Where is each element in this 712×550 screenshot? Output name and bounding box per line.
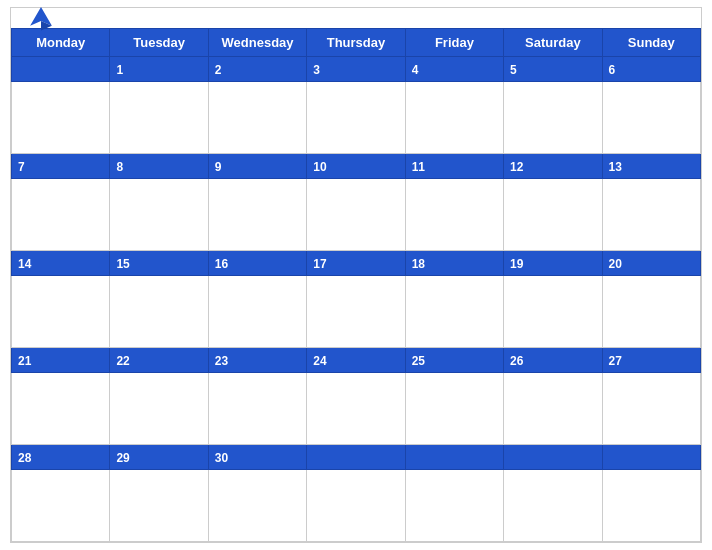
calendar-cell (602, 82, 700, 154)
day-number-stripe: 10 (313, 160, 326, 174)
calendar-cell (602, 276, 700, 348)
day-number-stripe: 14 (18, 257, 31, 271)
week-stripe-row: 78910111213 (12, 154, 701, 179)
calendar-cell (208, 470, 306, 542)
day-number-stripe: 25 (412, 354, 425, 368)
day-number-stripe: 6 (609, 63, 616, 77)
weekday-header: Wednesday (208, 29, 306, 57)
calendar-cell (12, 373, 110, 445)
day-number-stripe: 20 (609, 257, 622, 271)
weekday-header-row: MondayTuesdayWednesdayThursdayFridaySatu… (12, 29, 701, 57)
calendar-cell (110, 373, 208, 445)
day-number-stripe: 7 (18, 160, 25, 174)
calendar-cell (602, 179, 700, 251)
day-number-stripe: 27 (609, 354, 622, 368)
day-number-stripe: 16 (215, 257, 228, 271)
calendar-cell (110, 82, 208, 154)
calendar-table: MondayTuesdayWednesdayThursdayFridaySatu… (11, 28, 701, 542)
weekday-header: Saturday (504, 29, 602, 57)
day-number-stripe: 28 (18, 451, 31, 465)
calendar-cell (504, 276, 602, 348)
calendar-cell (405, 276, 503, 348)
logo (27, 4, 57, 32)
calendar-cell (307, 82, 405, 154)
calendar-cell (504, 373, 602, 445)
day-number-stripe: 4 (412, 63, 419, 77)
calendar-cell (602, 373, 700, 445)
calendar-cell (208, 276, 306, 348)
calendar-cell (12, 179, 110, 251)
day-number-stripe: 8 (116, 160, 123, 174)
calendar-cell (405, 373, 503, 445)
week-stripe-row: 282930 (12, 445, 701, 470)
calendar-cell (307, 470, 405, 542)
day-number-stripe: 23 (215, 354, 228, 368)
calendar-cell (405, 179, 503, 251)
weekday-header: Monday (12, 29, 110, 57)
calendar-cell (504, 470, 602, 542)
calendar-cell (110, 276, 208, 348)
calendar-cell (307, 276, 405, 348)
calendar-cell (12, 82, 110, 154)
day-number-stripe: 18 (412, 257, 425, 271)
week-stripe-row: 123456 (12, 57, 701, 82)
day-number-stripe: 2 (215, 63, 222, 77)
week-content-row (12, 276, 701, 348)
calendar-cell (110, 179, 208, 251)
generalblue-logo-icon (27, 4, 55, 32)
calendar-cell (504, 179, 602, 251)
calendar-cell (504, 82, 602, 154)
day-number-stripe: 5 (510, 63, 517, 77)
weekday-header: Friday (405, 29, 503, 57)
calendar-cell (12, 276, 110, 348)
day-number-stripe: 19 (510, 257, 523, 271)
calendar-cell (110, 470, 208, 542)
weekday-header: Thursday (307, 29, 405, 57)
day-number-stripe: 12 (510, 160, 523, 174)
week-stripe-row: 21222324252627 (12, 348, 701, 373)
day-number-stripe: 11 (412, 160, 425, 174)
calendar-cell (208, 373, 306, 445)
day-number-stripe: 26 (510, 354, 523, 368)
calendar-cell (405, 470, 503, 542)
day-number-stripe: 22 (116, 354, 129, 368)
day-number-stripe: 17 (313, 257, 326, 271)
calendar-cell (602, 470, 700, 542)
day-number-stripe: 9 (215, 160, 222, 174)
week-content-row (12, 470, 701, 542)
calendar: MondayTuesdayWednesdayThursdayFridaySatu… (10, 7, 702, 543)
calendar-cell (208, 179, 306, 251)
week-stripe-row: 14151617181920 (12, 251, 701, 276)
day-number-stripe: 29 (116, 451, 129, 465)
week-content-row (12, 373, 701, 445)
week-content-row (12, 82, 701, 154)
day-number-stripe: 1 (116, 63, 123, 77)
calendar-cell (12, 470, 110, 542)
calendar-header (11, 8, 701, 28)
day-number-stripe: 15 (116, 257, 129, 271)
day-number-stripe: 21 (18, 354, 31, 368)
day-number-stripe: 30 (215, 451, 228, 465)
day-number-stripe: 3 (313, 63, 320, 77)
weekday-header: Sunday (602, 29, 700, 57)
calendar-cell (208, 82, 306, 154)
weekday-header: Tuesday (110, 29, 208, 57)
calendar-cell (307, 373, 405, 445)
week-content-row (12, 179, 701, 251)
day-number-stripe: 24 (313, 354, 326, 368)
calendar-cell (307, 179, 405, 251)
day-number-stripe: 13 (609, 160, 622, 174)
calendar-cell (405, 82, 503, 154)
